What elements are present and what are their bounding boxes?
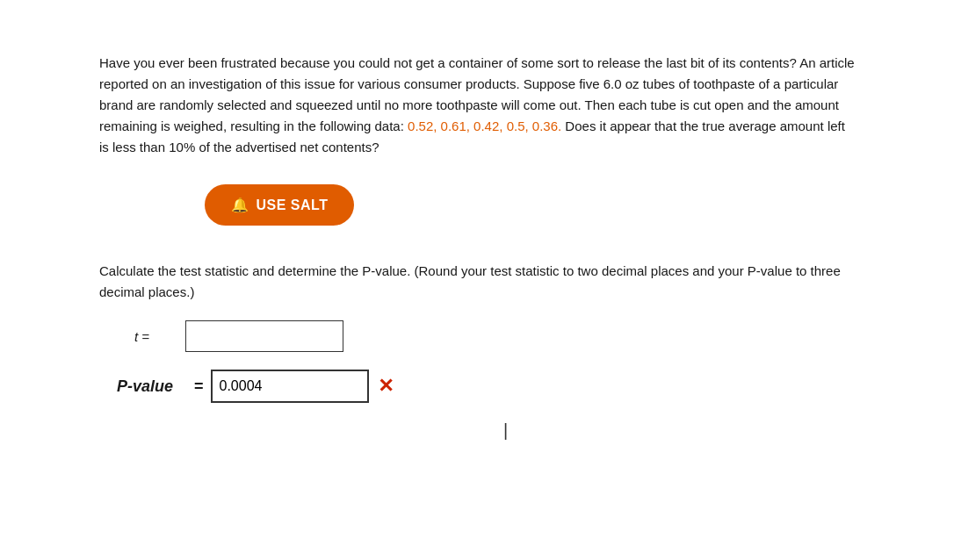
- data-values-text: 0.52, 0.61, 0.42, 0.5, 0.36.: [408, 118, 561, 133]
- calculate-section: Calculate the test statistic and determi…: [99, 261, 855, 441]
- question-paragraph: Have you ever been frustrated because yo…: [99, 53, 855, 158]
- salt-bell-icon: 🔔: [231, 197, 249, 213]
- pvalue-equals: =: [194, 377, 204, 396]
- t-statistic-row: t =: [134, 320, 855, 352]
- calculate-instruction: Calculate the test statistic and determi…: [99, 261, 855, 303]
- pvalue-label: P-value: [117, 377, 187, 396]
- page-container: Have you ever been frustrated because yo…: [82, 0, 872, 560]
- use-salt-label: USE SALT: [257, 197, 329, 213]
- t-statistic-input[interactable]: [185, 320, 343, 352]
- pvalue-input[interactable]: [211, 370, 369, 403]
- use-salt-section: 🔔 USE SALT: [205, 184, 855, 226]
- use-salt-button[interactable]: 🔔 USE SALT: [205, 184, 354, 226]
- x-mark-icon[interactable]: ✕: [378, 375, 394, 398]
- t-label: t =: [134, 329, 178, 344]
- cursor-indicator: |: [503, 420, 855, 441]
- pvalue-row: P-value = ✕: [117, 370, 855, 403]
